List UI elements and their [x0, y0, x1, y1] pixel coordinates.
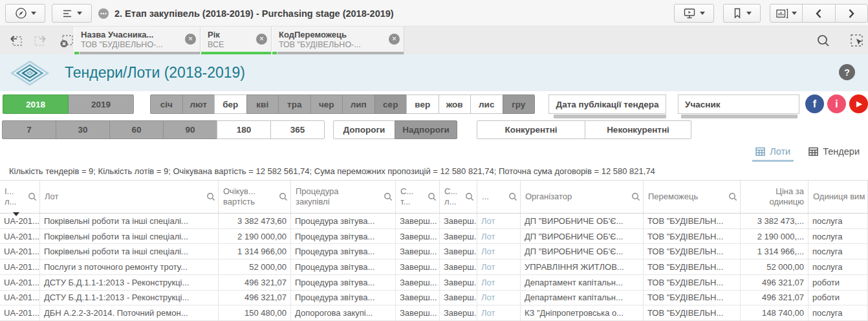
cell[interactable]: Покрівельні роботи та інші спеціалі... [40, 214, 219, 228]
column-header[interactable]: С...т... [396, 181, 440, 213]
cell[interactable]: 52 000,00 [741, 260, 808, 274]
cell[interactable]: Заверш... [396, 305, 440, 320]
selection-chip[interactable]: КодПереможецьТОВ "БУДІВЕЛЬНО-...× [272, 27, 404, 54]
column-header[interactable]: Ціна заодиницю [741, 181, 808, 213]
youtube-icon[interactable]: ▶ [849, 94, 868, 113]
search-icon[interactable] [279, 192, 288, 201]
cell[interactable]: ДП "ВИРОБНИЧЕ ОБ'Є... [521, 229, 644, 244]
cell[interactable]: UA-201... [0, 305, 40, 320]
tender-publication-date-button[interactable]: Дата публікації тендера [548, 94, 666, 114]
cell[interactable]: Покрівельні роботи та інші спеціалі... [40, 244, 219, 259]
selection-chip[interactable]: РікВСЕ× [201, 27, 272, 54]
month-button[interactable]: чер [310, 94, 343, 114]
cell[interactable]: Лот [477, 244, 521, 259]
cell[interactable]: Процедура звітува... [291, 275, 396, 290]
cell[interactable]: послуга [808, 305, 868, 320]
cell[interactable]: послуга [808, 214, 868, 228]
threshold-button[interactable]: Надпороги [395, 120, 457, 139]
month-button[interactable]: вер [406, 94, 439, 114]
cell[interactable]: UA-201... [0, 291, 40, 305]
sheet-list-button[interactable] [52, 4, 92, 23]
cell[interactable]: ТОВ "БУДІВЕЛЬН... [644, 229, 741, 244]
step-forward-selection-button[interactable] [32, 33, 50, 49]
cell[interactable]: 2 190 000,... [741, 229, 808, 244]
search-icon[interactable] [728, 192, 737, 201]
cell[interactable]: послуга [808, 260, 868, 274]
column-header[interactable]: Очікув...вартість [219, 181, 291, 213]
cell[interactable]: 496 321,07 [219, 291, 291, 305]
threshold-button[interactable]: Допороги [333, 120, 395, 139]
next-sheet-button[interactable] [835, 5, 867, 22]
cell[interactable]: 52 000,00 [219, 260, 291, 274]
help-icon[interactable]: ? [839, 64, 855, 80]
day-range-button[interactable]: 365 [270, 120, 325, 139]
cell[interactable]: 3 382 473,60 [219, 214, 291, 228]
cell[interactable]: Процедура звітува... [291, 291, 396, 305]
cell[interactable]: Заверш... [440, 275, 477, 290]
search-icon[interactable] [206, 192, 215, 201]
cell[interactable]: Процедура звітува... [291, 260, 396, 274]
cell[interactable]: 3 382 473,... [741, 214, 808, 228]
cell[interactable]: роботи [808, 291, 868, 305]
day-range-button[interactable]: 90 [163, 120, 217, 139]
cell[interactable]: Лот [477, 229, 521, 244]
month-button[interactable]: гру [503, 94, 536, 114]
step-back-selection-button[interactable] [6, 33, 24, 49]
cell[interactable]: Заверш... [440, 244, 477, 259]
cell[interactable]: Заверш... [396, 260, 440, 274]
month-button[interactable]: січ [150, 94, 183, 114]
column-header[interactable]: Переможець [644, 181, 741, 213]
cell[interactable]: Лот [477, 260, 521, 274]
cell[interactable]: Заверш... [396, 229, 440, 244]
search-icon[interactable] [465, 192, 474, 201]
cell[interactable]: ТОВ "БУДІВЕЛЬН... [644, 244, 741, 259]
competition-button[interactable]: Неконкурентні [585, 120, 691, 139]
cell[interactable]: 2 190 000,00 [219, 229, 291, 244]
month-button[interactable]: бер [214, 94, 247, 114]
tab-tendery[interactable]: Тендери [805, 143, 863, 162]
cell[interactable]: Заверш... [396, 214, 440, 228]
cell[interactable]: ДП "ВИРОБНИЧЕ ОБ'Є... [521, 214, 644, 228]
cell[interactable]: Департамент капітальн... [521, 275, 644, 290]
month-button[interactable]: лис [470, 94, 503, 114]
tab-loty[interactable]: Лоти [752, 143, 794, 162]
cell[interactable]: UA-201... [0, 214, 40, 228]
column-header[interactable]: Організатор [521, 181, 644, 213]
column-header[interactable]: Процедуразакупівлі [291, 181, 396, 213]
day-range-button[interactable]: 7 [2, 120, 56, 139]
previous-sheet-button[interactable] [802, 5, 834, 22]
month-button[interactable]: тра [278, 94, 311, 114]
column-header[interactable]: Одиниця вимі [808, 181, 868, 213]
column-header[interactable]: ... [477, 181, 521, 213]
cell[interactable]: роботи [808, 275, 868, 290]
cell[interactable]: UA-201... [0, 275, 40, 290]
cell[interactable]: ДСТУ Б.Д.1.1-1:2013 - Реконструкці... [40, 275, 219, 290]
cell[interactable]: 148 740,00 [741, 305, 808, 320]
cell[interactable]: послуга [808, 244, 868, 259]
cell[interactable]: UA-201... [0, 260, 40, 274]
cell[interactable]: 150 480,00 [219, 305, 291, 320]
cell[interactable]: Послуги з поточного ремонту троту... [40, 260, 219, 274]
remove-selection-icon[interactable]: × [256, 34, 267, 45]
cell[interactable]: UA-201... [0, 244, 40, 259]
participant-filter-button[interactable]: Учасник [678, 94, 799, 114]
selections-tool-button[interactable] [850, 34, 868, 49]
cell[interactable]: ТОВ "БУДІВЕЛЬН... [644, 275, 741, 290]
cell[interactable]: 496 321,07 [741, 291, 808, 305]
bookmarks-button[interactable] [723, 4, 761, 23]
cell[interactable]: Заверш... [440, 229, 477, 244]
search-icon[interactable] [384, 192, 393, 201]
day-range-button[interactable]: 180 [217, 120, 271, 139]
column-header[interactable]: І...л... [0, 181, 40, 213]
cell[interactable]: Лот [477, 275, 521, 290]
sheets-menu-button[interactable] [770, 5, 802, 22]
cell[interactable]: Лот [477, 214, 521, 228]
participant-scrollbar[interactable] [681, 115, 797, 118]
month-button[interactable]: кві [246, 94, 279, 114]
cell[interactable]: Заверш... [440, 214, 477, 228]
day-range-button[interactable]: 60 [109, 120, 164, 139]
search-icon[interactable] [508, 192, 517, 201]
cell[interactable]: КЗ "Дніпропетровська о... [521, 305, 644, 320]
cell[interactable]: ТОВ "БУДІВЕЛЬН... [644, 291, 741, 305]
cell[interactable]: Лот [477, 305, 521, 320]
